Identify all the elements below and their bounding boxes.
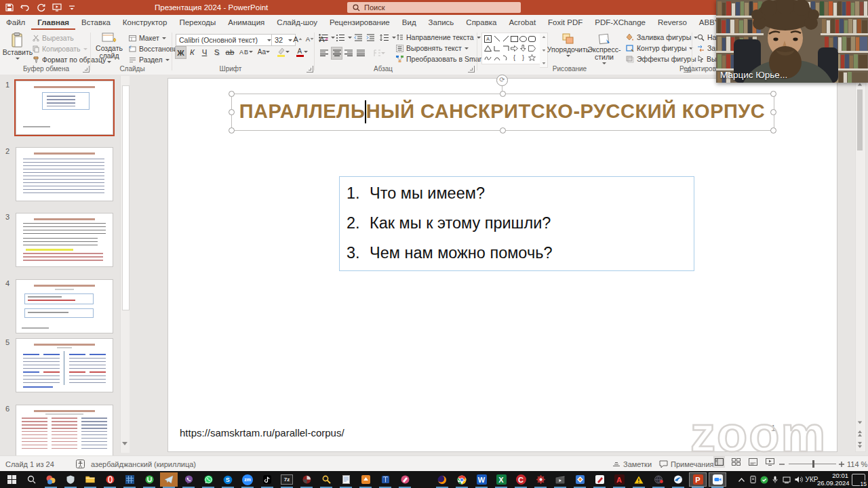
- language-indicator[interactable]: азербайджанский (кириллица): [91, 456, 196, 472]
- selection-handle-nw[interactable]: [229, 91, 235, 97]
- selection-handle-se[interactable]: [770, 127, 776, 134]
- shape-scribble-icon[interactable]: [484, 54, 492, 62]
- vertical-scrollbar[interactable]: [855, 78, 866, 452]
- shape-roundrect-icon[interactable]: [528, 35, 536, 43]
- align-right-button[interactable]: [343, 47, 353, 59]
- align-center-button[interactable]: [331, 47, 342, 60]
- shape-brace-right-icon[interactable]: }: [519, 54, 528, 62]
- bold-button[interactable]: Ж: [175, 46, 186, 59]
- taskbar-search-button[interactable]: [22, 472, 40, 487]
- highlight-color-button[interactable]: [275, 46, 290, 58]
- start-button[interactable]: [3, 472, 20, 487]
- sevenzip-icon[interactable]: 7z: [278, 472, 296, 487]
- thumbnail-scrollbar[interactable]: [120, 76, 130, 453]
- grow-font-button[interactable]: А: [293, 33, 303, 45]
- tab-acrobat[interactable]: Acrobat: [502, 15, 542, 30]
- pdf-editor-icon[interactable]: [591, 472, 608, 487]
- tab-slideshow[interactable]: Слайд-шоу: [271, 15, 323, 30]
- bullets-button[interactable]: [319, 34, 335, 41]
- firefox-icon[interactable]: [433, 472, 451, 487]
- shape-outline-button[interactable]: Контур фигуры: [625, 44, 693, 52]
- orange-app-icon[interactable]: [357, 472, 374, 487]
- slide-canvas[interactable]: ПАРАЛЛЕЛЬНЫЙ САНСКРИТСКО-РУССКИЙ КОРПУС …: [167, 78, 837, 452]
- slide-thumbnail-3[interactable]: [16, 213, 113, 267]
- tab-transitions[interactable]: Переходы: [173, 15, 222, 30]
- word-icon[interactable]: W: [473, 472, 490, 487]
- tray-clock[interactable]: 20:01 26.09.2024: [817, 472, 848, 487]
- tray-mic-icon[interactable]: [770, 471, 780, 488]
- customize-qat-icon[interactable]: [68, 4, 75, 11]
- selection-handle-sw[interactable]: [229, 127, 235, 134]
- undo-icon[interactable]: [20, 3, 30, 12]
- tiktok-icon[interactable]: [258, 472, 276, 487]
- font-size-combobox[interactable]: 32: [271, 34, 296, 46]
- columns-button[interactable]: [372, 47, 387, 59]
- align-left-button[interactable]: [319, 47, 329, 59]
- shape-rect-icon[interactable]: [510, 35, 519, 43]
- selection-handle-ne[interactable]: [770, 91, 776, 97]
- next-slide-button[interactable]: [856, 440, 864, 449]
- blue-swoosh-app-icon[interactable]: [669, 472, 687, 487]
- quick-styles-button[interactable]: Экспресс-стили: [587, 33, 621, 64]
- notepad-app-icon[interactable]: [337, 472, 355, 487]
- tab-help[interactable]: Справка: [460, 15, 502, 30]
- shape-arrow-down-icon[interactable]: [519, 44, 528, 52]
- zoom-video-overlay[interactable]: Марцис Юрье...: [716, 0, 868, 83]
- opera-icon[interactable]: [101, 472, 119, 487]
- zoom-level[interactable]: 114 %: [847, 456, 867, 472]
- tray-antivirus-icon[interactable]: [759, 471, 770, 488]
- tray-expand-icon[interactable]: [736, 471, 747, 488]
- start-presentation-icon[interactable]: [52, 3, 62, 12]
- excel-icon[interactable]: X: [492, 472, 510, 487]
- selection-handle-e[interactable]: [770, 109, 776, 115]
- telegram-icon[interactable]: [160, 472, 178, 487]
- tab-review[interactable]: Рецензирование: [323, 15, 396, 30]
- align-text-button[interactable]: Выровнять текст: [396, 44, 469, 52]
- character-spacing-button[interactable]: АВ: [239, 46, 254, 58]
- shape-pentagon-icon[interactable]: [528, 44, 536, 52]
- shape-textbox-icon[interactable]: А: [484, 35, 492, 43]
- tab-view[interactable]: Вид: [396, 15, 422, 30]
- office-app-icon[interactable]: [42, 472, 60, 487]
- strikethrough-button[interactable]: ab: [224, 46, 236, 58]
- whatsapp-icon[interactable]: [199, 472, 217, 487]
- shape-ellipse-icon[interactable]: [519, 35, 528, 43]
- shape-brace-left-icon[interactable]: {: [510, 54, 519, 62]
- shape-line-icon[interactable]: [492, 35, 501, 43]
- shape-star-icon[interactable]: [528, 54, 536, 62]
- shape-gallery[interactable]: А { }: [481, 33, 541, 64]
- slide-thumbnail-4[interactable]: [16, 279, 113, 333]
- tab-animations[interactable]: Анимация: [222, 15, 271, 30]
- tab-pdfxchange[interactable]: PDF-XChange: [589, 15, 652, 30]
- shape-arrow-right-icon[interactable]: [510, 44, 519, 52]
- notification-center-icon[interactable]: 15: [852, 474, 865, 486]
- comodo-icon[interactable]: C: [512, 472, 530, 487]
- zoom-app-icon[interactable]: zm: [239, 472, 256, 487]
- redo-icon[interactable]: [37, 3, 45, 12]
- search-box[interactable]: Поиск: [347, 2, 521, 13]
- shape-line2-icon[interactable]: [501, 35, 510, 43]
- clipboard-dialog-launcher[interactable]: [83, 66, 90, 73]
- powerpoint-taskbar-icon[interactable]: P: [689, 472, 707, 487]
- shape-fill-button[interactable]: Заливка фигуры: [625, 33, 698, 41]
- content-textbox[interactable]: 1.Что мы имеем? 2.Как мы к этому пришли?…: [339, 176, 694, 271]
- scrollbar-thumb[interactable]: [857, 89, 863, 150]
- layout-button[interactable]: Макет: [129, 34, 166, 42]
- tray-network-icon[interactable]: [781, 471, 792, 488]
- tab-reverso[interactable]: Reverso: [652, 15, 693, 30]
- previous-slide-button[interactable]: [856, 428, 864, 438]
- italic-button[interactable]: К: [187, 46, 197, 58]
- decrease-indent-button[interactable]: [354, 34, 363, 41]
- tab-file[interactable]: Файл: [0, 15, 31, 30]
- cut-button[interactable]: Вырезать: [33, 34, 74, 42]
- pinwheel-app-icon[interactable]: [298, 472, 315, 487]
- slide-thumbnail-5[interactable]: [16, 338, 113, 392]
- line-spacing-button[interactable]: [380, 34, 396, 41]
- text-direction-button[interactable]: Направление текста: [396, 33, 481, 41]
- underline-button[interactable]: Ч: [199, 46, 210, 58]
- justify-button[interactable]: [355, 47, 366, 59]
- globe-rec-app-icon[interactable]: [650, 472, 667, 487]
- slide-thumbnail-6[interactable]: [16, 405, 113, 456]
- photos-app-icon[interactable]: [571, 472, 589, 487]
- slide-thumbnail-1[interactable]: [16, 81, 113, 135]
